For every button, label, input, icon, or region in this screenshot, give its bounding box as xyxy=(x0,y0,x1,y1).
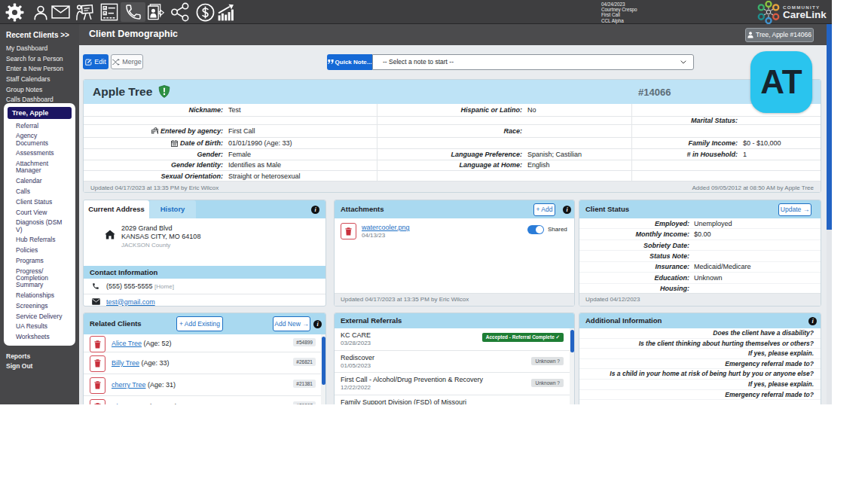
client-chip-button[interactable]: Tree, Apple #14066 xyxy=(745,28,814,42)
demographics-table: Nickname:Test Hispanic or Latino:No Mari… xyxy=(84,104,821,181)
client-link[interactable]: Cherry Tree xyxy=(112,403,148,404)
update-status-button[interactable]: Update → xyxy=(778,203,811,216)
add-existing-button[interactable]: + Add Existing xyxy=(176,316,223,331)
menu-item-client-status[interactable]: Client Status xyxy=(16,199,64,206)
referral-card-icon[interactable] xyxy=(145,2,165,22)
phone-small-icon xyxy=(91,282,100,290)
sidebar-item-reports[interactable]: Reports xyxy=(0,353,79,360)
status-row: Education:Unknown xyxy=(579,273,821,283)
client-id: #14066 xyxy=(638,87,671,98)
merge-button[interactable]: Merge xyxy=(111,54,143,69)
menu-item-diagnosis-dsm-v[interactable]: Diagnosis (DSM V) xyxy=(16,219,64,233)
delete-related-button[interactable] xyxy=(90,399,105,405)
sidebar-item-enter-a-new-person[interactable]: Enter a New Person xyxy=(0,66,79,72)
field-label: Race: xyxy=(377,127,522,135)
delete-related-button[interactable] xyxy=(90,377,105,394)
dollar-icon[interactable] xyxy=(195,2,215,22)
email-link[interactable]: test@gmail.com xyxy=(106,298,155,306)
phone-icon[interactable] xyxy=(121,2,145,22)
delete-attachment-button[interactable] xyxy=(341,223,356,239)
question-row: Does the client have a disability? xyxy=(579,328,821,339)
tab-current-address[interactable]: Current Address xyxy=(84,200,149,218)
sidebar-item-group-notes[interactable]: Group Notes xyxy=(0,87,79,93)
card-scrollbar[interactable] xyxy=(570,328,574,404)
referral-row: First Call - Alcohol/Drug Prevention & R… xyxy=(335,373,574,395)
menu-item-hub-referrals[interactable]: Hub Referrals xyxy=(16,236,64,243)
page-scrollbar-thumb[interactable] xyxy=(827,24,832,230)
card-scrollbar-thumb[interactable] xyxy=(570,330,574,352)
related-client-name: Alice Tree (Age: 52) xyxy=(112,340,172,347)
sidebar-item-my-dashboard[interactable]: My Dashboard xyxy=(0,45,79,52)
avatar-initials: AT xyxy=(760,63,802,101)
client-id-badge: #26821 xyxy=(293,358,316,366)
add-new-button[interactable]: Add New → xyxy=(273,316,310,331)
field-value: Unemployed xyxy=(694,220,732,227)
client-id-badge: #21381 xyxy=(293,380,316,388)
info-icon[interactable]: i xyxy=(808,317,817,325)
selected-client-pill[interactable]: Tree, Apple xyxy=(8,107,72,119)
quick-note-label-text: Quick Note... xyxy=(335,59,372,66)
shared-toggle[interactable] xyxy=(527,225,544,234)
presentation-icon[interactable] xyxy=(75,2,94,22)
menu-item-programs[interactable]: Programs xyxy=(16,258,64,264)
info-icon[interactable]: i xyxy=(311,206,319,214)
field-label: Sobriety Date: xyxy=(579,242,689,249)
status-row: Sobriety Date: xyxy=(579,240,821,251)
sidebar-item-search-for-a-person[interactable]: Search for a Person xyxy=(0,56,79,63)
tab-history[interactable]: History xyxy=(149,200,196,218)
menu-item-court-view[interactable]: Court View xyxy=(16,209,64,216)
menu-item-agency-documents[interactable]: Agency Documents xyxy=(16,133,64,146)
attachments-header: Attachments + Add i xyxy=(335,200,574,218)
person-icon[interactable] xyxy=(31,2,50,22)
mail-icon[interactable] xyxy=(50,2,70,22)
edit-button[interactable]: Edit xyxy=(83,54,108,69)
info-icon[interactable]: i xyxy=(313,320,322,328)
quick-note-select[interactable]: -- Select a note to start -- xyxy=(372,54,694,70)
sidebar-item-calls-dashboard[interactable]: Calls Dashboard xyxy=(0,96,79,103)
menu-item-relationships[interactable]: Relationships xyxy=(16,292,64,299)
referral-status-badge[interactable]: Unknown ? xyxy=(531,357,564,365)
menu-item-progress-completion-summary[interactable]: Progress/ Completion Summary xyxy=(16,268,64,289)
form-icon[interactable] xyxy=(99,2,119,22)
sidebar-item-staff-calendars[interactable]: Staff Calendars xyxy=(0,76,79,83)
client-status-body: Employed:Unemployed Monthly Income:$0.00… xyxy=(579,218,821,294)
referral-status-badge[interactable]: Unknown ? xyxy=(531,379,564,387)
menu-item-worksheets[interactable]: Worksheets xyxy=(16,334,64,340)
attachment-file-link[interactable]: watercooler.png xyxy=(362,224,410,231)
client-menu-panel: Tree, Apple Referral Agency Documents As… xyxy=(4,103,75,346)
field-value: $0.00 xyxy=(694,230,711,238)
menu-item-screenings[interactable]: Screenings xyxy=(16,303,64,310)
client-link[interactable]: Alice Tree xyxy=(112,340,142,347)
alert-shield-icon[interactable] xyxy=(158,85,170,98)
sidebar-item-sign-out[interactable]: Sign Out xyxy=(0,363,79,370)
table-row: Nickname:Test Hispanic or Latino:No xyxy=(84,104,821,116)
menu-item-referral[interactable]: Referral xyxy=(16,123,64,130)
trash-icon xyxy=(94,403,101,404)
menu-item-calls[interactable]: Calls xyxy=(16,188,64,195)
menu-item-policies[interactable]: Policies xyxy=(16,247,64,254)
card-scrollbar-thumb[interactable] xyxy=(322,337,326,385)
client-link[interactable]: cherry Tree xyxy=(112,381,146,389)
chart-icon[interactable] xyxy=(216,2,236,22)
info-icon[interactable]: i xyxy=(563,206,571,214)
client-link[interactable]: Billy Tree xyxy=(112,359,139,367)
menu-item-calendar[interactable]: Calendar xyxy=(16,178,64,185)
menu-item-assessments[interactable]: Assessments xyxy=(16,150,64,157)
menu-item-service-delivery[interactable]: Service Delivery xyxy=(16,313,64,320)
demographics-card: Apple Tree #14066 Nickname:Test Hispanic… xyxy=(83,79,821,193)
question-row: Is a child in your home at risk of being… xyxy=(579,369,821,380)
address-line-1: 2029 Grand Blvd xyxy=(121,224,200,233)
referral-row: Family Support Division (FSD) of Missour… xyxy=(335,395,574,405)
delete-related-button[interactable] xyxy=(90,355,105,372)
card-scrollbar[interactable] xyxy=(321,334,326,404)
settings-gear-icon[interactable] xyxy=(5,2,24,22)
menu-item-ua-results[interactable]: UA Results xyxy=(16,323,64,330)
menu-item-attachment-manager[interactable]: Attachment Manager xyxy=(16,160,64,174)
share-icon[interactable] xyxy=(170,2,190,22)
session-agency: First Call xyxy=(601,12,637,17)
delete-related-button[interactable] xyxy=(90,336,105,352)
recent-clients-header[interactable]: Recent Clients >> xyxy=(0,24,79,45)
add-attachment-button[interactable]: + Add xyxy=(533,203,555,216)
page-scrollbar[interactable] xyxy=(827,24,832,404)
field-value: 1 xyxy=(743,151,747,158)
